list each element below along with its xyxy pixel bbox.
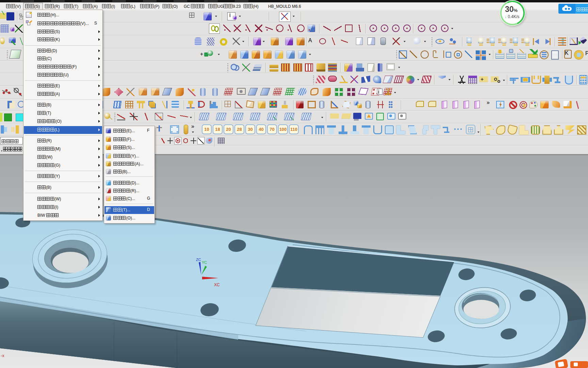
- svg-text:ZC: ZC: [196, 258, 201, 262]
- svg-text:XC: XC: [214, 282, 220, 287]
- svg-text:-x: -x: [1, 353, 4, 358]
- svg-text:YC: YC: [202, 260, 207, 264]
